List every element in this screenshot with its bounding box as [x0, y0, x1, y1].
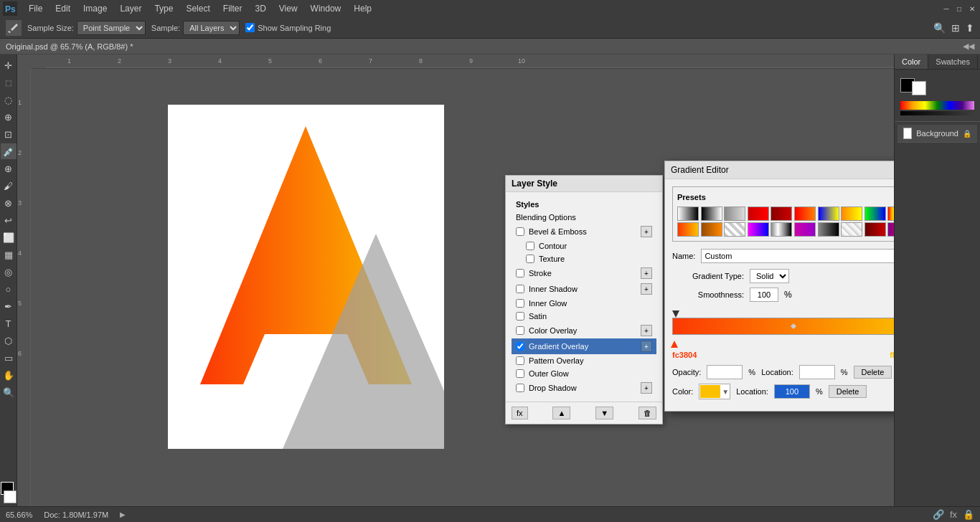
gradient-name-input[interactable]: [701, 249, 894, 263]
search-icon[interactable]: 🔍: [933, 22, 946, 34]
preset-4[interactable]: [771, 207, 792, 221]
texture-item[interactable]: Texture: [512, 252, 656, 265]
inner-shadow-plus[interactable]: +: [641, 283, 652, 295]
eraser-tool[interactable]: ⬜: [1, 229, 17, 245]
preset-9[interactable]: [887, 207, 894, 221]
preset-17[interactable]: [841, 222, 862, 237]
tab-color[interactable]: Color: [895, 54, 928, 69]
show-sampling-ring-checkbox[interactable]: [245, 23, 255, 32]
preset-2[interactable]: [724, 207, 745, 221]
sample-size-select[interactable]: Point Sample: [77, 21, 146, 35]
satin-item[interactable]: Satin: [512, 310, 656, 323]
gradient-overlay-plus[interactable]: +: [641, 341, 652, 352]
dodge-tool[interactable]: ○: [1, 281, 17, 297]
preset-19[interactable]: [887, 222, 894, 237]
minimize-button[interactable]: ─: [941, 4, 951, 14]
preset-7[interactable]: [841, 207, 862, 221]
close-button[interactable]: ✕: [967, 4, 977, 14]
preset-6[interactable]: [818, 207, 839, 221]
drop-shadow-item[interactable]: Drop Shadow +: [512, 380, 656, 396]
move-up-button[interactable]: ▲: [552, 407, 570, 419]
preset-10[interactable]: [677, 222, 699, 237]
color-overlay-plus[interactable]: +: [641, 325, 652, 336]
menu-view[interactable]: View: [273, 2, 303, 15]
background-chip[interactable]: [912, 81, 926, 95]
pattern-overlay-item[interactable]: Pattern Overlay: [512, 354, 656, 367]
menu-image[interactable]: Image: [77, 2, 113, 15]
preset-16[interactable]: [818, 222, 839, 237]
menu-file[interactable]: File: [23, 2, 48, 15]
bevel-emboss-plus[interactable]: +: [641, 226, 652, 237]
preset-11[interactable]: [701, 222, 722, 237]
pen-tool[interactable]: ✒: [1, 298, 17, 314]
gradient-bar[interactable]: [672, 318, 894, 335]
color-dropdown-icon[interactable]: ▼: [722, 388, 729, 396]
styles-header[interactable]: Styles: [512, 198, 656, 211]
fx-button[interactable]: fx: [512, 407, 528, 419]
stroke-plus[interactable]: +: [641, 267, 652, 279]
menu-window[interactable]: Window: [305, 2, 347, 15]
smoothness-input[interactable]: [750, 288, 778, 302]
satin-checkbox[interactable]: [516, 312, 524, 321]
inner-shadow-item[interactable]: Inner Shadow +: [512, 281, 656, 297]
preset-18[interactable]: [864, 222, 886, 237]
contour-checkbox[interactable]: [526, 242, 534, 250]
preset-14[interactable]: [771, 222, 792, 237]
collapse-panels-icon[interactable]: ◀◀: [963, 42, 974, 51]
stroke-item[interactable]: Stroke +: [512, 265, 656, 281]
color-spectrum[interactable]: [900, 101, 974, 110]
preset-12[interactable]: [724, 222, 745, 237]
quick-select-tool[interactable]: ⊕: [1, 109, 17, 125]
opacity-input[interactable]: [707, 365, 743, 379]
background-color[interactable]: [4, 490, 17, 503]
opacity-location-input[interactable]: [799, 365, 835, 379]
path-tool[interactable]: ⬡: [1, 333, 17, 348]
inner-shadow-checkbox[interactable]: [516, 285, 524, 293]
color-location-input[interactable]: [774, 384, 810, 399]
texture-checkbox[interactable]: [526, 255, 534, 263]
maximize-button[interactable]: □: [954, 4, 964, 14]
preset-5[interactable]: [794, 207, 816, 221]
gradient-midpoint[interactable]: [791, 323, 796, 329]
opacity-stop-left[interactable]: [672, 310, 679, 318]
move-down-button[interactable]: ▼: [595, 407, 613, 419]
gradient-type-select[interactable]: Solid: [750, 269, 789, 283]
sample-select[interactable]: All Layers: [183, 21, 240, 35]
history-brush-tool[interactable]: ↩: [1, 212, 17, 228]
outer-glow-checkbox[interactable]: [516, 369, 524, 378]
shape-tool[interactable]: ▭: [1, 350, 17, 366]
menu-layer[interactable]: Layer: [114, 2, 147, 15]
pattern-overlay-checkbox[interactable]: [516, 356, 524, 365]
menu-help[interactable]: Help: [348, 2, 377, 15]
bevel-emboss-item[interactable]: Bevel & Emboss +: [512, 224, 656, 239]
delete-style-button[interactable]: 🗑: [639, 407, 656, 419]
move-tool[interactable]: ✛: [1, 57, 17, 73]
eyedropper-tool-left[interactable]: 💉: [1, 143, 17, 159]
gradient-tool-left[interactable]: ▦: [1, 247, 17, 262]
menu-3d[interactable]: 3D: [249, 2, 271, 15]
stroke-checkbox[interactable]: [516, 269, 524, 277]
color-swatch-button[interactable]: ▼: [699, 384, 730, 399]
brightness-strip[interactable]: [900, 111, 974, 115]
outer-glow-item[interactable]: Outer Glow: [512, 367, 656, 380]
inner-glow-item[interactable]: Inner Glow: [512, 297, 656, 310]
color-overlay-checkbox[interactable]: [516, 326, 524, 335]
share-icon[interactable]: ⬆: [966, 22, 974, 34]
tab-swatches[interactable]: Swatches: [928, 54, 978, 69]
drop-shadow-checkbox[interactable]: [516, 384, 524, 392]
color-overlay-item[interactable]: Color Overlay +: [512, 323, 656, 338]
clone-tool[interactable]: ⊗: [1, 195, 17, 211]
blur-tool[interactable]: ◎: [1, 264, 17, 280]
selection-tool[interactable]: ⬚: [1, 75, 17, 90]
crop-tool[interactable]: ⊡: [1, 126, 17, 142]
gradient-overlay-item[interactable]: Gradient Overlay +: [512, 338, 656, 354]
zoom-tool[interactable]: 🔍: [1, 384, 17, 400]
inner-glow-checkbox[interactable]: [516, 299, 524, 308]
lasso-tool[interactable]: ◌: [1, 92, 17, 108]
preset-3[interactable]: [748, 207, 769, 221]
menu-filter[interactable]: Filter: [217, 2, 248, 15]
workspace-icon[interactable]: ⊞: [951, 22, 960, 34]
eyedropper-tool[interactable]: [6, 20, 22, 36]
menu-select[interactable]: Select: [180, 2, 215, 15]
gradient-overlay-checkbox[interactable]: [516, 342, 524, 351]
